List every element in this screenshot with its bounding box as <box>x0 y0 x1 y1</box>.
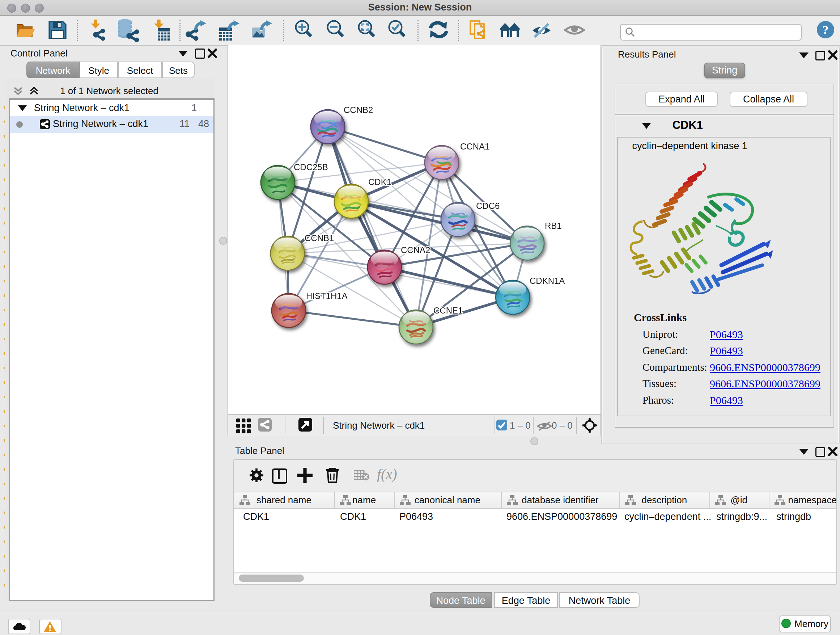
svg-text:CCNA2: CCNA2 <box>401 245 430 255</box>
svg-text:CCNE1: CCNE1 <box>433 306 463 315</box>
svg-text:CDC25B: CDC25B <box>294 162 328 172</box>
svg-text:CCNB2: CCNB2 <box>344 105 373 115</box>
svg-text:CCNA1: CCNA1 <box>460 141 489 151</box>
svg-text:?: ? <box>823 23 829 36</box>
svg-text:RB1: RB1 <box>545 221 562 231</box>
svg-text:CDC6: CDC6 <box>476 201 500 211</box>
svg-text:CDK1: CDK1 <box>368 177 392 187</box>
svg-text:CCNB1: CCNB1 <box>305 233 334 243</box>
svg-text:HIST1H1A: HIST1H1A <box>306 291 347 301</box>
svg-text:CDKN1A: CDKN1A <box>530 276 565 286</box>
